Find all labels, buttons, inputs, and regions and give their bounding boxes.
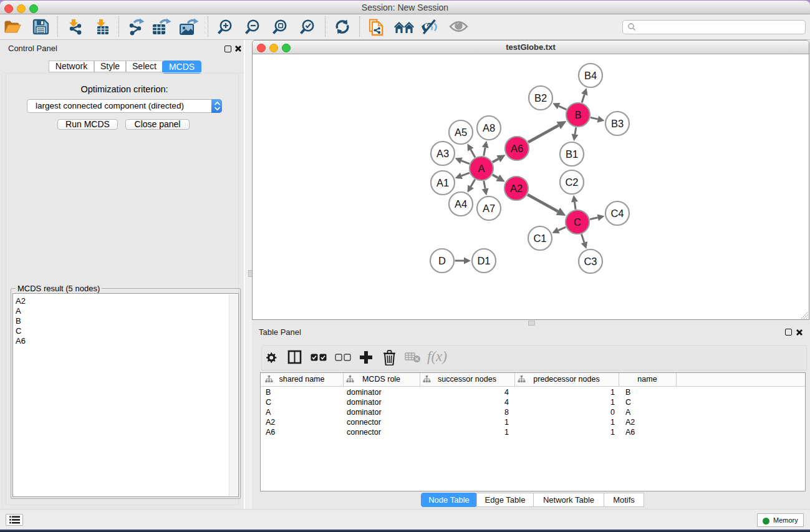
svg-text:B: B <box>574 109 581 120</box>
svg-text:D: D <box>438 255 446 266</box>
svg-text:C3: C3 <box>584 256 597 267</box>
svg-text:A2: A2 <box>510 183 523 194</box>
svg-text:A1: A1 <box>436 177 449 188</box>
svg-text:A7: A7 <box>483 203 495 214</box>
svg-text:B1: B1 <box>566 148 578 160</box>
svg-text:B4: B4 <box>584 70 597 81</box>
svg-text:C1: C1 <box>533 233 546 244</box>
svg-text:A4: A4 <box>455 198 467 210</box>
svg-text:A8: A8 <box>483 122 495 133</box>
svg-text:A6: A6 <box>511 143 523 154</box>
svg-text:C2: C2 <box>565 177 578 188</box>
svg-text:B3: B3 <box>611 118 624 129</box>
svg-text:A5: A5 <box>455 127 467 138</box>
svg-text:B2: B2 <box>534 92 547 104</box>
svg-text:D1: D1 <box>477 255 490 266</box>
svg-text:A: A <box>478 163 485 174</box>
svg-text:A3: A3 <box>436 148 449 159</box>
svg-text:C: C <box>574 216 581 228</box>
svg-text:C4: C4 <box>610 208 624 219</box>
